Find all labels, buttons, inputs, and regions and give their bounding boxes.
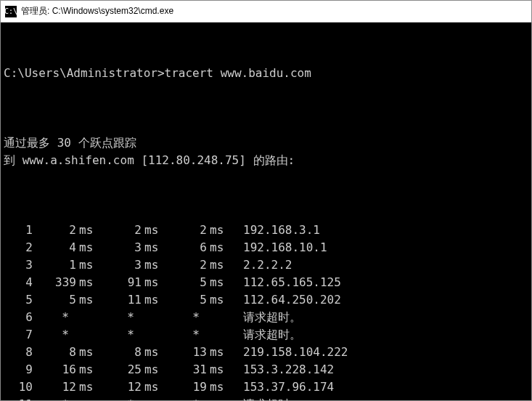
- hop-rtt2: 25: [98, 361, 142, 378]
- ms-unit: ms: [142, 378, 163, 396]
- hop-number: 9: [4, 361, 33, 378]
- hop-rtt1: 2: [33, 222, 76, 239]
- ms-unit: ms: [142, 344, 163, 361]
- hop-rtt3: 5: [163, 274, 207, 291]
- hop-row: 4339ms91ms5ms112.65.165.125: [4, 274, 528, 291]
- header-line-1: 通过最多 30 个跃点跟踪: [4, 134, 528, 152]
- ms-unit: ms: [76, 256, 98, 274]
- hop-rtt2: *: [98, 326, 163, 344]
- ms-unit: ms: [76, 344, 98, 361]
- ms-unit: ms: [207, 274, 229, 291]
- ms-unit: ms: [207, 256, 229, 274]
- hop-rtt3: 13: [163, 344, 207, 361]
- hop-number: 7: [4, 326, 33, 344]
- hop-number: 5: [4, 291, 33, 309]
- hop-host: 请求超时。: [229, 309, 301, 326]
- hop-rtt2: 12: [98, 378, 142, 396]
- ms-unit: ms: [76, 222, 98, 239]
- ms-unit: ms: [142, 291, 163, 309]
- trace-header: 通过最多 30 个跃点跟踪到 www.a.shifen.com [112.80.…: [4, 134, 528, 169]
- ms-unit: ms: [76, 239, 98, 256]
- ms-unit: ms: [207, 291, 229, 309]
- hop-host: 请求超时。: [229, 396, 301, 401]
- ms-unit: ms: [207, 344, 229, 361]
- hop-rtt1: 339: [33, 274, 76, 291]
- hop-rtt2: 3: [98, 256, 142, 274]
- hop-rtt1: *: [33, 309, 98, 326]
- hop-host: 112.64.250.202: [229, 291, 341, 309]
- cmd-icon: C:\: [5, 6, 17, 17]
- prompt-line: C:\Users\Administrator>tracert www.baidu…: [4, 65, 528, 82]
- hop-row: 1012ms12ms19ms153.37.96.174: [4, 378, 528, 396]
- hop-rtt2: 91: [98, 274, 142, 291]
- terminal-body[interactable]: C:\Users\Administrator>tracert www.baidu…: [1, 23, 531, 400]
- hop-row: 11***请求超时。: [4, 396, 528, 401]
- hop-rtt3: 31: [163, 361, 207, 378]
- ms-unit: ms: [207, 378, 229, 396]
- hop-number: 4: [4, 274, 33, 291]
- hop-rtt2: *: [98, 396, 163, 401]
- title-bar[interactable]: C:\ 管理员: C:\Windows\system32\cmd.exe: [1, 1, 531, 23]
- hop-rtt3: 6: [163, 239, 207, 256]
- hop-rtt1: 1: [33, 256, 76, 274]
- header-line-2: 到 www.a.shifen.com [112.80.248.75] 的路由:: [4, 152, 528, 169]
- hop-rtt2: 2: [98, 222, 142, 239]
- hop-rtt2: *: [98, 309, 163, 326]
- hop-rtt3: 5: [163, 291, 207, 309]
- prompt: C:\Users\Administrator>: [4, 66, 165, 80]
- ms-unit: ms: [76, 274, 98, 291]
- hop-row: 12ms2ms2ms192.168.3.1: [4, 222, 528, 239]
- ms-unit: ms: [142, 361, 163, 378]
- hop-rtt3: *: [163, 396, 229, 401]
- hop-rtt2: 11: [98, 291, 142, 309]
- ms-unit: ms: [76, 378, 98, 396]
- hop-rtt1: *: [33, 396, 98, 401]
- hop-rtt1: 8: [33, 344, 76, 361]
- hop-host: 219.158.104.222: [229, 344, 348, 361]
- hop-rtt1: *: [33, 326, 98, 344]
- ms-unit: ms: [142, 239, 163, 256]
- ms-unit: ms: [142, 222, 163, 239]
- hop-row: 55ms11ms5ms112.64.250.202: [4, 291, 528, 309]
- hop-host: 2.2.2.2: [229, 256, 292, 274]
- hop-number: 2: [4, 239, 33, 256]
- command: tracert www.baidu.com: [165, 66, 311, 80]
- hop-rtt3: 2: [163, 222, 207, 239]
- hop-host: 153.3.228.142: [229, 361, 334, 378]
- ms-unit: ms: [76, 291, 98, 309]
- window-title: 管理员: C:\Windows\system32\cmd.exe: [21, 5, 173, 17]
- hop-number: 8: [4, 344, 33, 361]
- hop-row: 6***请求超时。: [4, 309, 528, 326]
- ms-unit: ms: [142, 256, 163, 274]
- ms-unit: ms: [76, 361, 98, 378]
- ms-unit: ms: [142, 274, 163, 291]
- hop-rtt3: *: [163, 309, 229, 326]
- hop-row: 7***请求超时。: [4, 326, 528, 344]
- hop-row: 916ms25ms31ms153.3.228.142: [4, 361, 528, 378]
- hop-row: 24ms3ms6ms192.168.10.1: [4, 239, 528, 256]
- hop-row: 31ms3ms2ms2.2.2.2: [4, 256, 528, 274]
- hop-number: 11: [4, 396, 33, 401]
- hop-rtt3: 2: [163, 256, 207, 274]
- hop-host: 112.65.165.125: [229, 274, 341, 291]
- hop-rtt1: 16: [33, 361, 76, 378]
- hop-rtt3: *: [163, 326, 229, 344]
- hop-list: 12ms2ms2ms192.168.3.124ms3ms6ms192.168.1…: [4, 222, 528, 401]
- hop-rtt1: 5: [33, 291, 76, 309]
- hop-number: 3: [4, 256, 33, 274]
- hop-row: 88ms8ms13ms219.158.104.222: [4, 344, 528, 361]
- hop-rtt1: 12: [33, 378, 76, 396]
- hop-number: 10: [4, 378, 33, 396]
- hop-rtt2: 8: [98, 344, 142, 361]
- hop-rtt2: 3: [98, 239, 142, 256]
- hop-host: 192.168.10.1: [229, 239, 327, 256]
- hop-host: 请求超时。: [229, 326, 301, 344]
- hop-number: 6: [4, 309, 33, 326]
- ms-unit: ms: [207, 361, 229, 378]
- hop-host: 153.37.96.174: [229, 378, 334, 396]
- cmd-window: C:\ 管理员: C:\Windows\system32\cmd.exe C:\…: [0, 0, 532, 401]
- hop-rtt3: 19: [163, 378, 207, 396]
- ms-unit: ms: [207, 222, 229, 239]
- hop-rtt1: 4: [33, 239, 76, 256]
- hop-host: 192.168.3.1: [229, 222, 320, 239]
